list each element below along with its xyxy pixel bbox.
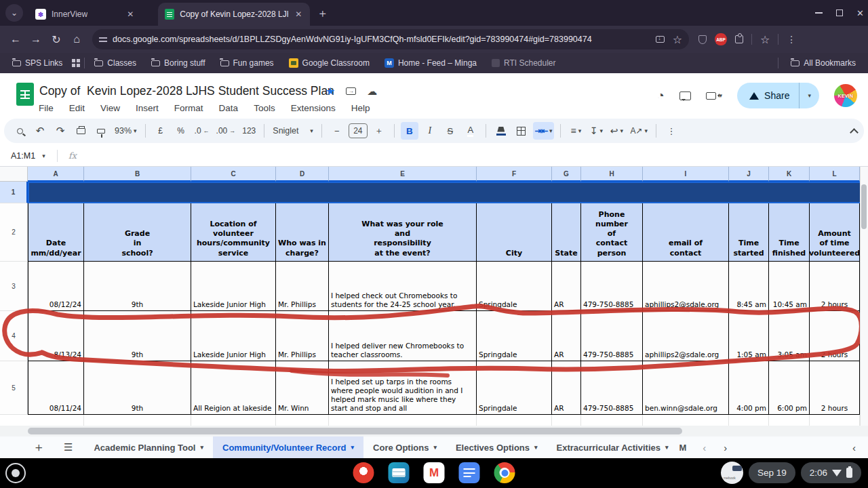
font-select[interactable]: Sniglet▾ [271,122,315,140]
menu-format[interactable]: Format [174,103,203,113]
column-header-g[interactable]: G [552,167,581,182]
menu-insert[interactable]: Insert [136,103,159,113]
minimize-icon[interactable] [815,12,823,14]
column-header-l[interactable]: L [810,167,860,182]
column-header-k[interactable]: K [769,167,810,182]
date-pill[interactable]: Sep 19 [749,462,795,483]
currency-format-button[interactable]: £ [152,122,170,140]
cell[interactable]: aphillips2@sdale.org [643,311,729,361]
cell[interactable]: Lakeside Junior High [191,262,276,311]
share-dropdown[interactable]: ▾ [799,83,819,108]
browser-tab-innerview[interactable]: ✽ InnerView ✕ [28,3,142,26]
header-cell[interactable]: Date mm/dd/year [28,203,84,262]
column-header-e[interactable]: E [329,167,477,182]
gmail-icon[interactable]: M [424,462,445,483]
column-header-f[interactable]: F [477,167,552,182]
cell[interactable]: 479-750-8885 [581,262,643,311]
column-header-i[interactable]: I [643,167,729,182]
tab-close-icon[interactable]: ✕ [125,9,135,19]
header-cell[interactable]: Time started [729,203,769,262]
site-settings-icon[interactable] [99,36,107,43]
column-header-c[interactable]: C [191,167,276,182]
column-header-b[interactable]: B [84,167,191,182]
bookmark-folder-boring-stuff[interactable]: Boring stuff [146,58,210,68]
cell[interactable]: Mr. Phillips [276,262,329,311]
cell[interactable]: 1:05 am [729,311,769,361]
google-sheets-logo-icon[interactable] [16,83,34,106]
sheet-tab-extracurricular[interactable]: Extracurricular Activities ▾ [547,436,678,458]
all-bookmarks-button[interactable]: All Bookmarks [785,58,861,68]
horizontal-scrollbar[interactable] [0,426,868,436]
shield-extension-icon[interactable] [698,35,707,44]
reload-icon[interactable]: ↻ [46,33,66,46]
bookmark-manager-icon[interactable]: ☆ [760,33,770,46]
column-header-d[interactable]: D [276,167,329,182]
increase-font-size-button[interactable]: ＋ [370,122,388,140]
row-header-1[interactable]: 1 [0,182,28,203]
cell[interactable]: 3:05 am [769,311,810,361]
font-size-input[interactable]: 24 [349,123,368,138]
horizontal-scroll-thumb[interactable] [28,428,682,434]
bookmark-folder-classes[interactable]: Classes [89,58,142,68]
url-text[interactable]: docs.google.com/spreadsheets/d/1BPLLZSDg… [113,35,650,44]
cell[interactable]: 2 hours [810,262,860,311]
header-cell[interactable]: Grade in school? [84,203,191,262]
shelf-app-badge-icon[interactable] [389,462,410,483]
empty-row[interactable] [28,415,860,426]
banner-cell-a1[interactable] [28,182,860,203]
cell[interactable]: 2 hours [810,361,860,415]
header-cell[interactable]: City [477,203,552,262]
text-rotation-button[interactable]: A↗▾ [628,122,650,140]
adblock-extension-icon[interactable]: ABP [715,33,727,45]
cell[interactable]: Springdale [477,262,552,311]
browser-tab-sheets[interactable]: Copy of Kevin Lopez-2028 LJH ✕ [158,3,310,26]
cell[interactable]: 2 hours [810,311,860,361]
bookmark-minga[interactable]: M Home - Feed – Minga [379,58,482,68]
header-cell[interactable]: What was your role and responsibility at… [329,203,477,262]
horizontal-align-button[interactable]: ≡▾ [567,122,585,140]
increase-decimal-button[interactable]: .00→ [214,122,238,140]
status-tray[interactable]: 2:06 [801,462,861,483]
window-close-icon[interactable]: ✕ [856,8,864,18]
bold-button[interactable]: B [401,122,418,140]
star-document-icon[interactable]: ★ [326,85,335,98]
cell[interactable]: 08/12/24 [28,262,84,311]
cell[interactable]: ben.winn@sdale.org [643,361,729,415]
select-all-corner[interactable] [0,167,28,182]
sheet-tab-partial[interactable]: M [678,436,688,458]
vertical-scroll-thumb[interactable] [861,184,867,229]
menu-file[interactable]: File [39,103,54,113]
document-title[interactable]: Copy of Kevin Lopez-2028 LJHS Student Su… [39,84,334,98]
shelf-app-notes-icon[interactable] [459,462,480,483]
header-cell[interactable]: State [552,203,581,262]
screen-capture-preview[interactable] [721,462,743,484]
comments-icon[interactable] [679,92,691,100]
forward-icon[interactable]: → [26,33,46,45]
cell[interactable]: aphillips2@sdale.org [643,262,729,311]
cell[interactable]: Springdale [477,361,552,415]
omnibox[interactable]: docs.google.com/spreadsheets/d/1BPLLZSDg… [92,29,689,49]
cell[interactable]: 9th [84,262,191,311]
fill-color-button[interactable] [492,122,510,140]
move-to-folder-icon[interactable]: → [346,87,356,95]
collapse-panel-icon[interactable]: ‹ [852,442,856,453]
collapse-menus-icon[interactable] [850,128,859,137]
version-history-icon[interactable]: ◔ [657,89,665,103]
cell[interactable]: 9th [84,361,191,415]
cell[interactable]: Springdale [477,311,552,361]
row-header-5[interactable]: 5 [0,361,28,415]
sheet-tab-academic-planning[interactable]: Academic Planning Tool ▾ [84,436,213,458]
strikethrough-button[interactable]: S [441,122,459,140]
sheet-tab-electives-options[interactable]: Electives Options ▾ [446,436,547,458]
back-icon[interactable]: ← [5,33,26,45]
header-cell[interactable]: Location of volunteer hours/community se… [191,203,276,262]
cell[interactable]: I helped deliver new Chromebooks to teac… [329,311,477,361]
search-menus-button[interactable] [11,122,28,140]
menu-view[interactable]: View [100,103,120,113]
cell[interactable]: 8/13/24 [28,311,84,361]
sheet-tab-core-options[interactable]: Core Options ▾ [363,436,446,458]
tab-close-icon[interactable]: ✕ [294,9,303,19]
cell[interactable]: 6:00 pm [769,361,810,415]
zoom-select[interactable]: 93%▾ [113,122,139,140]
maximize-icon[interactable] [836,9,843,16]
